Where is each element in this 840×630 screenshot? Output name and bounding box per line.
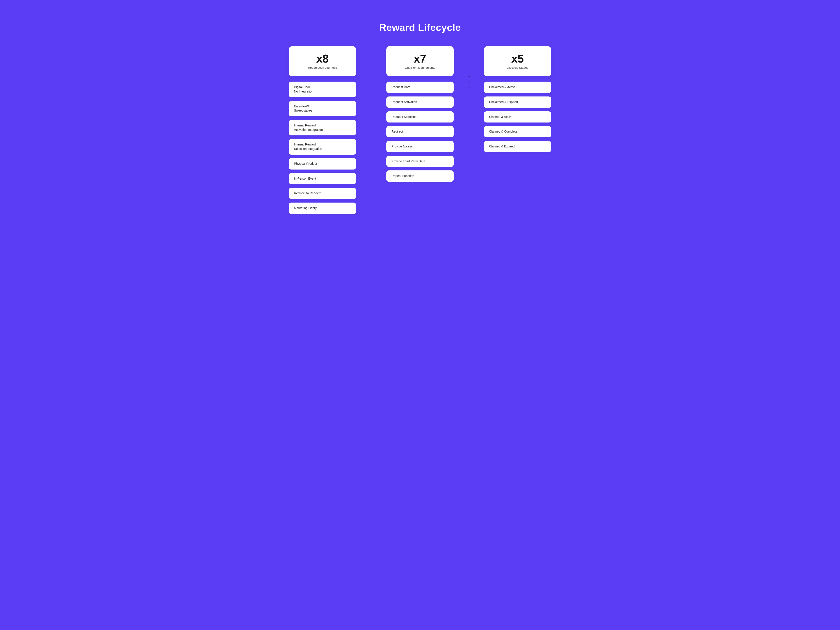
item-unclaimed-active[interactable]: Unclaimed & Active bbox=[484, 82, 551, 93]
item-redirect[interactable]: Redirect bbox=[386, 126, 454, 137]
item-unclaimed-expired[interactable]: Unclaimed & Expired bbox=[484, 96, 551, 108]
arrow-2: → bbox=[369, 90, 373, 95]
item-enter-to-win[interactable]: Enter-to-Win Sweepstakes bbox=[289, 101, 356, 116]
item-provide-access[interactable]: Provide Access bbox=[386, 141, 454, 152]
item-claimed-active[interactable]: Claimed & Active bbox=[484, 111, 551, 123]
arrow-4: → bbox=[369, 101, 373, 105]
arrow-ne: → bbox=[466, 74, 472, 80]
arrow-e: → bbox=[467, 80, 471, 84]
arrow-se: → bbox=[466, 84, 472, 90]
item-request-data[interactable]: Request Data bbox=[386, 82, 454, 93]
item-in-person-event[interactable]: In-Person Event bbox=[289, 173, 356, 185]
item-provide-third-party[interactable]: Provide Third Party Data bbox=[386, 156, 454, 167]
lifecycle-count: x5 bbox=[511, 53, 524, 64]
item-repeat-function[interactable]: Repeat Function bbox=[386, 171, 454, 182]
arrow-1: → bbox=[369, 85, 373, 90]
right-arrows-group: → → → bbox=[467, 74, 471, 89]
main-content: x8 Redemption Journeys Digital Code No I… bbox=[289, 46, 551, 214]
item-digital-code[interactable]: Digital Code No Integration bbox=[289, 82, 356, 97]
item-claimed-expired[interactable]: Claimed & Expired bbox=[484, 141, 551, 152]
qualifier-summary-card: x7 Qualifier Requirements bbox=[386, 46, 454, 76]
qualifier-column: x7 Qualifier Requirements Request Data R… bbox=[386, 46, 454, 182]
lifecycle-column: x5 Lifecycle Stages Unclaimed & Active U… bbox=[484, 46, 551, 152]
redemption-label: Redemption Journeys bbox=[308, 66, 337, 69]
item-marketing-offery[interactable]: Marketing Offery bbox=[289, 202, 356, 214]
page-title: Reward Lifecycle bbox=[379, 22, 461, 33]
redemption-count: x8 bbox=[316, 53, 329, 64]
item-claimed-complete[interactable]: Claimed & Complete bbox=[484, 126, 551, 137]
qualifier-count: x7 bbox=[414, 53, 426, 64]
lifecycle-label: Lifecycle Stages bbox=[507, 66, 528, 69]
item-redirect-to-redeem[interactable]: Redirect to Redeem bbox=[289, 188, 356, 199]
item-request-selection[interactable]: Request Selection bbox=[386, 111, 454, 123]
left-arrows-group: → → → → bbox=[369, 85, 373, 105]
qualifier-label: Qualifier Requirements bbox=[405, 66, 435, 69]
arrow-3: → bbox=[369, 96, 373, 100]
redemption-column: x8 Redemption Journeys Digital Code No I… bbox=[289, 46, 356, 214]
item-internal-selection[interactable]: Internal Reward Selection Integration bbox=[289, 139, 356, 155]
item-request-activation[interactable]: Request Activation bbox=[386, 96, 454, 108]
redemption-summary-card: x8 Redemption Journeys bbox=[289, 46, 356, 76]
item-internal-activation[interactable]: Internal Reward Activation Integration bbox=[289, 120, 356, 136]
item-physical-product[interactable]: Physical Product bbox=[289, 158, 356, 169]
lifecycle-summary-card: x5 Lifecycle Stages bbox=[484, 46, 551, 76]
